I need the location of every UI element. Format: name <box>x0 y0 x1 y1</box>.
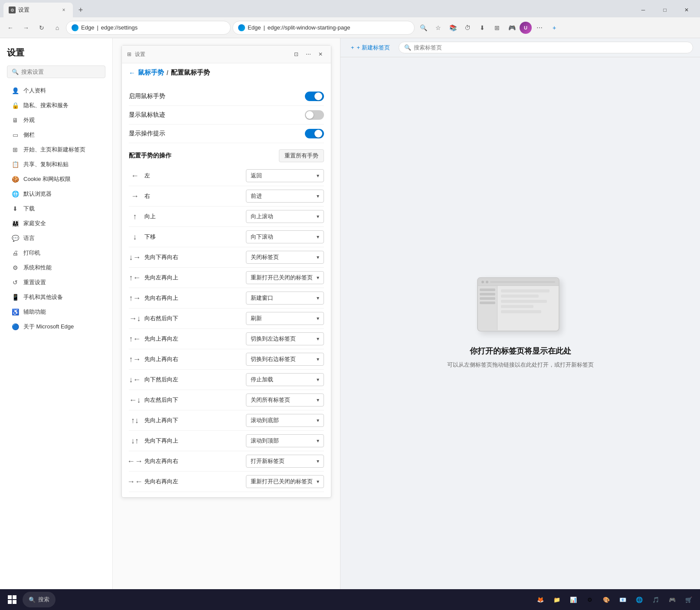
gesture-name-2: 向上 <box>144 213 242 220</box>
back-arrow-icon[interactable]: ← <box>129 69 135 76</box>
settings-search-input[interactable] <box>21 69 101 75</box>
taskbar-icon-6[interactable]: 📧 <box>615 592 631 607</box>
downloads-icon[interactable]: ⬇ <box>475 21 489 35</box>
search-toolbar-icon[interactable]: 🔍 <box>416 21 430 35</box>
edge-logo-left <box>72 24 79 31</box>
gesture-select-11[interactable]: 关闭所有标签页 ▾ <box>246 394 324 407</box>
add-tab-btn[interactable]: + + 新建标签页 <box>347 42 393 53</box>
gesture-select-9[interactable]: 切换到右边标签页 ▾ <box>246 353 324 366</box>
taskbar-search[interactable]: 🔍 搜索 <box>23 592 56 607</box>
address-bar-left[interactable]: Edge | edge://settings <box>66 21 231 35</box>
nav-item-start[interactable]: ⊞开始、主页和新建标签页 <box>7 142 105 157</box>
nav-item-reset[interactable]: ↺重置设置 <box>7 275 105 290</box>
search-icon: 🔍 <box>12 69 19 75</box>
gesture-select-13[interactable]: 滚动到顶部 ▾ <box>246 434 324 447</box>
tab-search-input[interactable] <box>414 44 687 51</box>
gesture-select-0[interactable]: 返回 ▾ <box>246 169 324 182</box>
taskbar-icon-spotify[interactable]: 🎵 <box>648 592 664 607</box>
split-window-icon[interactable]: + <box>547 21 561 35</box>
gesture-select-1[interactable]: 前进 ▾ <box>246 190 324 203</box>
nav-item-system[interactable]: ⚙系统和性能 <box>7 260 105 275</box>
illustration-line1 <box>501 289 550 292</box>
taskbar-icon-3[interactable]: 📊 <box>566 592 581 607</box>
panel-close-btn[interactable]: ✕ <box>315 49 326 59</box>
gesture-chevron-13: ▾ <box>317 438 319 444</box>
gesture-select-8[interactable]: 切换到左边标签页 ▾ <box>246 332 324 345</box>
taskbar-icon-2[interactable]: 📁 <box>549 592 565 607</box>
nav-item-cookies[interactable]: 🍪Cookie 和网站权限 <box>7 172 105 187</box>
home-btn[interactable]: ⌂ <box>50 21 64 35</box>
history-icon[interactable]: ⏱ <box>461 21 474 35</box>
gesture-icon-1: → <box>129 190 141 202</box>
nav-label-profile: 个人资料 <box>23 87 46 95</box>
settings-more-icon[interactable]: ⋯ <box>533 21 546 35</box>
panel-expand-btn[interactable]: ⊡ <box>291 49 301 59</box>
gesture-action-7: 刷新 <box>251 315 262 322</box>
nav-item-privacy[interactable]: 🔒隐私、搜索和服务 <box>7 98 105 113</box>
toggle-2[interactable] <box>305 129 324 138</box>
gesture-select-3[interactable]: 向下滚动 ▾ <box>246 230 324 243</box>
nav-item-default_browser[interactable]: 🌐默认浏览器 <box>7 187 105 201</box>
nav-item-family[interactable]: 👨‍👩‍👧家庭安全 <box>7 216 105 231</box>
nav-item-profile[interactable]: 👤个人资料 <box>7 83 105 98</box>
apps-icon[interactable]: ⊞ <box>490 21 504 35</box>
maximize-btn[interactable]: □ <box>655 3 675 17</box>
favorites-icon[interactable]: ☆ <box>431 21 445 35</box>
games-icon[interactable]: 🎮 <box>505 21 519 35</box>
gesture-select-7[interactable]: 刷新 ▾ <box>246 312 324 325</box>
gesture-name-13: 先向下再向上 <box>144 437 242 445</box>
tab-search-box[interactable]: 🔍 <box>399 42 693 53</box>
reload-btn[interactable]: ↻ <box>35 21 49 35</box>
profile-avatar[interactable]: U <box>520 22 532 34</box>
toggle-label-1: 显示鼠标轨迹 <box>129 111 165 119</box>
taskbar-icon-5[interactable]: 🎨 <box>599 592 614 607</box>
toggle-0[interactable] <box>305 92 324 101</box>
active-tab[interactable]: ⚙ 设置 × <box>3 3 73 17</box>
taskbar-icon-xbox[interactable]: 🎮 <box>664 592 680 607</box>
start-btn[interactable] <box>3 591 21 608</box>
forward-btn[interactable]: → <box>19 21 33 35</box>
toggle-1[interactable] <box>305 110 324 120</box>
settings-search-box[interactable]: 🔍 <box>7 66 105 78</box>
new-tab-btn[interactable]: + <box>75 4 87 16</box>
nav-item-printers[interactable]: 🖨打印机 <box>7 246 105 260</box>
taskbar-icon-store[interactable]: 🛒 <box>681 592 697 607</box>
gesture-chevron-9: ▾ <box>317 356 319 362</box>
nav-item-about[interactable]: 🔵关于 Microsoft Edge <box>7 319 105 334</box>
gesture-select-4[interactable]: 关闭标签页 ▾ <box>246 251 324 264</box>
gesture-select-12[interactable]: 滚动到底部 ▾ <box>246 414 324 427</box>
toggle-track-0[interactable] <box>305 92 324 101</box>
panel-more-btn[interactable]: ⋯ <box>303 49 314 59</box>
nav-icon-privacy: 🔒 <box>11 102 19 109</box>
gesture-select-14[interactable]: 打开新标签页 ▾ <box>246 455 324 468</box>
collections-icon[interactable]: 📚 <box>446 21 460 35</box>
minimize-btn[interactable]: ─ <box>633 3 653 17</box>
gesture-name-9: 先向上再向右 <box>144 355 242 363</box>
gesture-select-5[interactable]: 重新打开已关闭的标签页 ▾ <box>246 271 324 284</box>
nav-icon-default_browser: 🌐 <box>11 190 19 198</box>
gesture-action-4: 关闭标签页 <box>251 253 279 261</box>
reset-btn[interactable]: 重置所有手势 <box>279 149 324 162</box>
nav-item-downloads[interactable]: ⬇下载 <box>7 201 105 216</box>
gesture-row-10: ↓← 向下然后向左 停止加载 ▾ <box>129 370 324 390</box>
nav-item-languages[interactable]: 💬语言 <box>7 231 105 246</box>
toggle-track-2[interactable] <box>305 129 324 138</box>
close-btn[interactable]: ✕ <box>677 3 697 17</box>
breadcrumb-parent-link[interactable]: 鼠标手势 <box>138 69 164 77</box>
address-bar-right[interactable]: Edge | edge://split-window-starting-page <box>232 21 415 35</box>
gesture-select-2[interactable]: 向上滚动 ▾ <box>246 210 324 223</box>
taskbar-icon-4[interactable]: ⚙ <box>582 592 598 607</box>
tab-close-btn[interactable]: × <box>60 6 68 14</box>
nav-item-mobile[interactable]: 📱手机和其他设备 <box>7 290 105 305</box>
gesture-select-6[interactable]: 新建窗口 ▾ <box>246 292 324 305</box>
nav-item-accessibility[interactable]: ♿辅助功能 <box>7 305 105 319</box>
toggle-track-1[interactable] <box>305 110 324 120</box>
nav-item-sidebar[interactable]: ▭侧栏 <box>7 128 105 142</box>
gesture-select-10[interactable]: 停止加载 ▾ <box>246 373 324 386</box>
gesture-select-15[interactable]: 重新打开已关闭的标签页 ▾ <box>246 475 324 488</box>
taskbar-icon-edge[interactable]: 🌐 <box>631 592 647 607</box>
taskbar-icon-1[interactable]: 🦊 <box>533 592 548 607</box>
nav-item-share[interactable]: 📋共享、复制和粘贴 <box>7 157 105 172</box>
nav-item-appearance[interactable]: 🖥外观 <box>7 113 105 128</box>
back-btn[interactable]: ← <box>3 21 17 35</box>
